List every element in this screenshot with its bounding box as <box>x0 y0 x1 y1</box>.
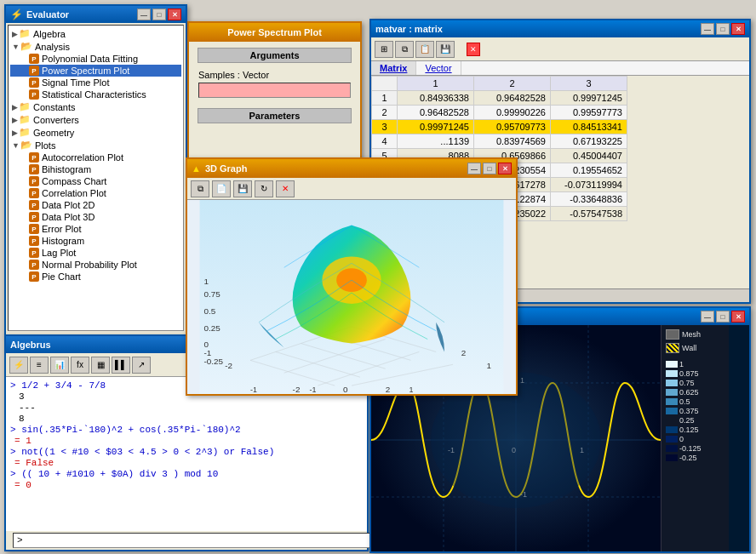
tree-item-data-plot-2d[interactable]: P Data Plot 2D <box>10 199 181 211</box>
ps-title: Power Spectrum Plot <box>227 27 322 37</box>
histogram-p-icon: P <box>29 236 39 246</box>
geometry-folder-icon: 📁 <box>19 127 31 138</box>
tree-item-polynomial[interactable]: P Polynomial Data Fitting <box>10 53 181 65</box>
tree-label-data2d: Data Plot 2D <box>42 200 94 210</box>
matrix-save-btn[interactable]: 💾 <box>436 41 455 58</box>
ps-parameters-label: Parameters <box>249 111 301 121</box>
legend-mesh-label: Mesh <box>682 330 701 339</box>
evaluator-title: Evaluator <box>26 9 69 20</box>
geometry-expand[interactable]: ▶ <box>12 129 18 137</box>
tree-item-plots[interactable]: ▼ 📂 Plots <box>10 139 181 151</box>
matrix-grid-btn[interactable]: ⊞ <box>375 41 393 58</box>
tree-label-statistical: Statistical Characteristics <box>42 89 146 100</box>
tree-item-autocorrelation[interactable]: P Autocorrelation Plot <box>10 151 181 163</box>
evaluator-maximize[interactable]: □ <box>152 9 166 20</box>
graph3d-content: 2 1 -2 -1 0 2 -2 1 0.75 0.5 0.25 0 -0.25… <box>187 200 516 394</box>
tree-item-error-plot[interactable]: P Error Plot <box>10 223 181 235</box>
alg-btn-table[interactable]: ▦ <box>91 357 110 374</box>
matrix-type-matrix[interactable]: Matrix <box>371 61 416 75</box>
y-axis-075: 0.75 <box>204 289 221 299</box>
tree-label-plots: Plots <box>35 140 55 151</box>
evaluator-close[interactable]: ✕ <box>168 9 181 20</box>
alg-btn-fx[interactable]: fx <box>71 357 89 374</box>
graph3d-doc-btn[interactable]: 📄 <box>212 180 231 197</box>
matrix-minimize[interactable]: — <box>701 23 714 35</box>
list-item: = False <box>10 458 363 468</box>
graph3d-svg: 2 1 -2 -1 0 2 -2 1 0.75 0.5 0.25 0 -0.25… <box>187 200 516 394</box>
row-header: 1 <box>372 91 398 106</box>
constants-expand[interactable]: ▶ <box>12 103 18 111</box>
alg-btn-chart[interactable]: 📊 <box>50 357 69 374</box>
tree-item-geometry[interactable]: ▶ 📁 Geometry <box>10 126 181 139</box>
x-axis-m1: -1 <box>250 386 257 394</box>
graph3d-minimize[interactable]: — <box>467 163 481 174</box>
table-row[interactable]: 3 0.99971245 0.95709773 0.84513341 <box>372 120 627 134</box>
alg-btn-list[interactable]: ≡ <box>30 357 49 374</box>
tree-item-correlation-plot[interactable]: P Correlation Plot <box>10 187 181 199</box>
graph3d-copy-btn[interactable]: ⧉ <box>191 180 209 197</box>
graph3d-close[interactable]: ✕ <box>498 163 512 174</box>
alg-btn-eval[interactable]: ⚡ <box>9 357 28 374</box>
tree-item-histogram[interactable]: P Histogram <box>10 235 181 247</box>
plots-expand[interactable]: ▼ <box>12 141 20 150</box>
table-row[interactable]: 4 ...1139 0.83974569 0.67193225 <box>372 134 627 149</box>
alg-btn-bar[interactable]: ▌▌ <box>112 357 130 374</box>
tree-item-algebra[interactable]: ▶ 📁 Algebra <box>10 27 181 40</box>
matrix-copy-btn[interactable]: ⧉ <box>395 41 414 58</box>
status-bar[interactable]: > <box>13 533 370 548</box>
tree-item-pie-chart[interactable]: P Pie Chart <box>10 271 181 283</box>
pie-p-icon: P <box>29 271 39 282</box>
ps-input-field[interactable] <box>198 83 351 98</box>
graph3d-window: ▲ 3D Graph — □ ✕ ⧉ 📄 💾 ↻ ✕ <box>186 157 518 396</box>
axis-label-m2: -2 <box>225 361 232 370</box>
tree-item-converters[interactable]: ▶ 📁 Converters <box>10 113 181 126</box>
tree-view: ▶ 📁 Algebra ▼ 📂 Analysis P Polynomial Da… <box>8 25 184 331</box>
list-item: > sin(.35*Pi-`180)^2 + cos(.35*Pi-`180)^… <box>10 425 363 435</box>
tree-item-signal-time[interactable]: P Signal Time Plot <box>10 77 181 89</box>
signal-p-icon: P <box>29 77 39 88</box>
analysis-expand[interactable]: ▼ <box>12 43 20 51</box>
correlation-p-icon: P <box>29 188 39 198</box>
tree-item-normal-probability[interactable]: P Normal Probability Plot <box>10 259 181 271</box>
y-axis-m025: -0.25 <box>204 357 224 366</box>
graph3d-title: 3D Graph <box>205 163 248 174</box>
tree-item-compass-chart[interactable]: P Compass Chart <box>10 175 181 187</box>
autocorrelation-p-icon: P <box>29 152 39 163</box>
graph3d-refresh-btn[interactable]: ↻ <box>255 180 273 197</box>
alg-btn-arrow[interactable]: ↗ <box>132 357 151 374</box>
graph3d-toolbar: ⧉ 📄 💾 ↻ ✕ <box>187 178 516 200</box>
tree-item-power-spectrum[interactable]: P Power Spectrum Plot <box>10 65 181 77</box>
evaluator-minimize[interactable]: — <box>137 9 151 20</box>
plot2d-maximize[interactable]: □ <box>716 311 730 323</box>
tree-item-bihistogram[interactable]: P Bihistogram <box>10 163 181 175</box>
graph3d-maximize[interactable]: □ <box>483 163 496 174</box>
tree-label-histogram: Histogram <box>42 236 84 246</box>
tree-item-analysis[interactable]: ▼ 📂 Analysis <box>10 40 181 53</box>
polynomial-p-icon: P <box>29 54 39 64</box>
graph3d-close-btn[interactable]: ✕ <box>276 180 295 197</box>
row-header: 4 <box>372 134 398 149</box>
plot2d-close[interactable]: ✕ <box>731 311 745 323</box>
table-row[interactable]: 2 0.96482528 0.99990226 0.99597773 <box>372 106 627 120</box>
tree-label-error: Error Plot <box>42 224 81 234</box>
matrix-toolbar: ⊞ ⧉ 📋 💾 ✕ <box>371 37 749 61</box>
tree-item-lag-plot[interactable]: P Lag Plot <box>10 247 181 259</box>
list-item: > (( 10 + #1010 + $0A) div 3 ) mod 10 <box>10 469 363 479</box>
tree-item-statistical[interactable]: P Statistical Characteristics <box>10 89 181 100</box>
converters-expand[interactable]: ▶ <box>12 116 18 124</box>
graph3d-save-btn[interactable]: 💾 <box>233 180 252 197</box>
plot2d-minimize[interactable]: — <box>701 311 714 323</box>
algebra-expand[interactable]: ▶ <box>12 30 18 38</box>
tree-item-constants[interactable]: ▶ 📁 Constants <box>10 100 181 113</box>
table-row[interactable]: 1 0.84936338 0.96482528 0.99971245 <box>372 91 627 106</box>
tree-label-compass: Compass Chart <box>42 176 106 186</box>
matrix-close[interactable]: ✕ <box>731 23 745 35</box>
matrix-type-vector[interactable]: Vector <box>416 61 461 75</box>
tree-item-data-plot-3d[interactable]: P Data Plot 3D <box>10 211 181 223</box>
x-axis-m1-2: -1 <box>309 386 316 394</box>
cell-c3: 0.45004407 <box>551 149 627 163</box>
matrix-paste-btn[interactable]: 📋 <box>415 41 434 58</box>
matrix-maximize[interactable]: □ <box>716 23 730 35</box>
matrix-titlebar: matvar : matrix — □ ✕ <box>371 20 749 37</box>
matrix-x-btn[interactable]: ✕ <box>467 43 480 56</box>
